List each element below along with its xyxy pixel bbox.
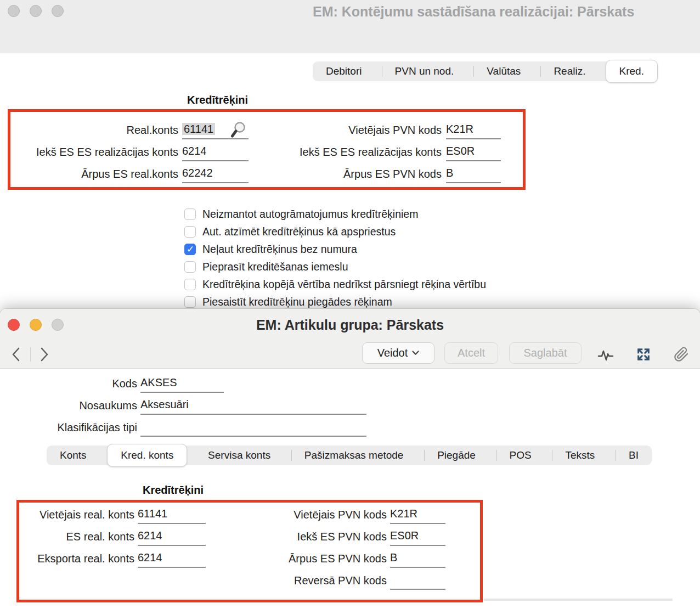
- checkbox-row-nelaut-bez-numura[interactable]: Neļaut kredītrēķinus bez numura: [184, 242, 357, 256]
- field-label-arpus-es-pvn-kods: Ārpus ES PVN kods: [258, 552, 387, 565]
- checkbox[interactable]: [184, 296, 196, 308]
- checkbox-row-pieprasit-iemeslu[interactable]: Pieprasīt kreditēšanas iemeslu: [184, 260, 348, 274]
- window-title: EM: Kontējumu sastādīšana realizācijai: …: [313, 4, 634, 20]
- window-realization-settings: EM: Kontējumu sastādīšana realizācijai: …: [0, 0, 700, 309]
- checkbox-label: Pieprasīt kreditēšanas iemeslu: [202, 261, 348, 273]
- field-nosaukums[interactable]: Aksesuāri: [140, 398, 366, 415]
- tab-realiz[interactable]: Realiz.: [540, 61, 599, 81]
- create-button-label: Veidot: [377, 347, 408, 359]
- checkbox-row-piesaistit-piegades[interactable]: Piesaistīt kredītrēķinu piegādes rēķinam: [184, 295, 392, 309]
- tab-pasizmaksas-metode[interactable]: Pašizmaksas metode: [291, 446, 417, 465]
- field-label-klasifikacijas-tipi: Klasifikācijas tipi: [22, 421, 137, 434]
- window-title: EM: Artikulu grupa: Pārskats: [0, 317, 700, 333]
- tab-piegade[interactable]: Piegāde: [424, 446, 489, 465]
- section-title-kreditrekini: Kredītrēķini: [187, 94, 248, 106]
- field-es-real-konts[interactable]: 6214: [138, 529, 206, 546]
- field-reversa-pvn-kods[interactable]: [390, 573, 445, 590]
- checkbox-row-autogramatojumi[interactable]: Neizmantot autogrāmatojumus kredītrēķini…: [184, 207, 418, 221]
- save-button-label: Saglabāt: [524, 347, 567, 359]
- tab-debitori[interactable]: Debitori: [313, 61, 375, 81]
- field-klasifikacijas-tipi[interactable]: [140, 420, 366, 437]
- checkbox-label: Neizmantot autogrāmatojumus kredītrēķini…: [202, 208, 418, 221]
- next-record-button[interactable]: [35, 343, 54, 365]
- paperclip-icon[interactable]: [671, 345, 691, 364]
- tab-servisa-konts[interactable]: Servisa konts: [195, 446, 284, 465]
- chevron-left-icon: [11, 347, 21, 362]
- magnifier-icon[interactable]: [229, 121, 247, 141]
- field-label-es-real-konts: ES real. konts: [20, 531, 134, 543]
- field-real-konts[interactable]: 61141: [182, 123, 249, 139]
- tab-teksts[interactable]: Teksts: [552, 446, 608, 465]
- screen: EM: Kontējumu sastādīšana realizācijai: …: [0, 0, 700, 609]
- tab-pos[interactable]: POS: [496, 446, 545, 465]
- tab-valutas[interactable]: Valūtas: [473, 61, 534, 81]
- checkbox-row-kopeja-vertiba[interactable]: Kredītrēķina kopējā vērtība nedrīkst pār…: [184, 277, 486, 291]
- tab-bar-settings: Debitori PVN un nod. Valūtas Realiz. Kre…: [313, 61, 658, 81]
- minimize-button-icon[interactable]: [30, 5, 42, 17]
- field-label-vietejais-pvn-kods: Vietējais PVN kods: [258, 509, 387, 521]
- checkbox[interactable]: [184, 279, 196, 290]
- zoom-button-icon[interactable]: [52, 5, 64, 17]
- tab-konts[interactable]: Konts: [47, 446, 100, 465]
- field-vietejais-real-konts[interactable]: 61141: [138, 507, 206, 524]
- previous-record-button[interactable]: [7, 343, 25, 365]
- field-label-ieks-es-pvn-kods: Iekš ES PVN kods: [258, 531, 387, 543]
- titlebar[interactable]: EM: Kontējumu sastādīšana realizācijai: …: [0, 0, 700, 53]
- checkbox-label: Neļaut kredītrēķinus bez numura: [202, 243, 357, 256]
- field-vietejais-pvn-kods[interactable]: K21R: [390, 507, 445, 524]
- checkbox[interactable]: [184, 208, 196, 220]
- field-value: ES0R: [390, 529, 419, 542]
- checkbox[interactable]: [184, 261, 196, 273]
- checkbox[interactable]: [184, 226, 196, 238]
- field-value: Aksesuāri: [140, 398, 189, 410]
- chevron-down-icon: [412, 351, 419, 356]
- field-label-eksporta-real-konts: Eksporta real. konts: [20, 552, 134, 565]
- field-value: 62242: [182, 167, 213, 179]
- titlebar[interactable]: EM: Artikulu grupa: Pārskats: [0, 309, 700, 340]
- field-vietejais-pvn-kods[interactable]: K21R: [446, 123, 501, 139]
- checkbox-row-aut-atzimet[interactable]: Aut. atzīmēt kredītrēķinus kā apspriestu…: [184, 224, 396, 239]
- tab-pvn-un-nod[interactable]: PVN un nod.: [382, 61, 467, 81]
- checkbox-checked[interactable]: [184, 244, 196, 255]
- field-label-nosaukums: Nosaukums: [22, 399, 137, 412]
- field-value-selected: 61141: [182, 123, 215, 135]
- field-label-vietejais-pvn-kods: Vietējais PVN kods: [263, 124, 442, 137]
- field-ieks-es-pvn-kods[interactable]: ES0R: [390, 529, 445, 546]
- field-ieks-es-real-konts[interactable]: 6214: [182, 145, 249, 161]
- field-label-arpus-es-real-konts: Ārpus ES real.konts: [11, 168, 178, 181]
- field-kods[interactable]: AKSES: [140, 376, 224, 393]
- field-value: 6214: [138, 551, 162, 563]
- field-eksporta-real-konts[interactable]: 6214: [138, 551, 206, 568]
- field-arpus-es-real-konts[interactable]: 62242: [182, 167, 249, 183]
- close-button-icon[interactable]: [8, 5, 20, 17]
- field-label-ieks-es-pvn: Iekš ES ES realizācijas konts: [263, 146, 442, 159]
- expand-icon[interactable]: [634, 345, 653, 364]
- tab-kred[interactable]: Kred.: [606, 60, 658, 83]
- field-value: K21R: [390, 507, 417, 520]
- field-value: 6214: [182, 145, 207, 157]
- activity-pulse-icon[interactable]: [596, 345, 616, 364]
- field-value: AKSES: [140, 376, 177, 388]
- tab-bi[interactable]: BI: [616, 446, 652, 465]
- chevron-right-icon: [39, 347, 49, 362]
- checkbox-label: Kredītrēķina kopējā vērtība nedrīkst pār…: [202, 278, 486, 291]
- field-arpus-es-pvn-kods[interactable]: B: [390, 551, 445, 568]
- field-arpus-es-pvn[interactable]: B: [446, 167, 501, 183]
- field-label-reversa-pvn-kods: Reversā PVN kods: [258, 574, 387, 587]
- field-label-ieks-es-real-konts: Iekš ES ES realizācijas konts: [11, 146, 178, 159]
- field-value: 6214: [138, 529, 162, 542]
- field-ieks-es-pvn[interactable]: ES0R: [446, 145, 501, 161]
- field-value: ES0R: [446, 145, 475, 157]
- checkbox-label: Piesaistīt kredītrēķinu piegādes rēķinam: [202, 296, 392, 308]
- cancel-button[interactable]: Atcelt: [444, 342, 498, 364]
- tab-bar-artikulu-grupa: Konts Kred. konts Servisa konts Pašizmak…: [47, 446, 652, 465]
- save-button[interactable]: Saglabāt: [509, 342, 582, 364]
- field-value: K21R: [446, 123, 473, 135]
- field-label-kods: Kods: [22, 377, 137, 390]
- create-button[interactable]: Veidot: [362, 342, 434, 364]
- tab-kred-konts[interactable]: Kred. konts: [107, 444, 187, 467]
- checkbox-label: Aut. atzīmēt kredītrēķinus kā apspriestu…: [202, 225, 396, 238]
- toolbar-divider: [30, 347, 31, 362]
- field-value: B: [390, 551, 397, 563]
- field-label-vietejais-real-konts: Vietējais real. konts: [20, 509, 134, 521]
